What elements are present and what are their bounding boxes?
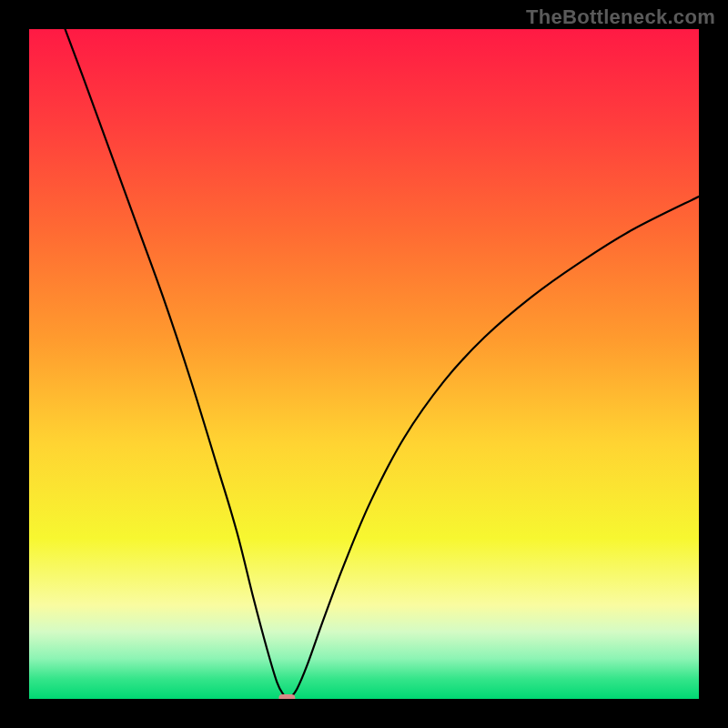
minimum-marker bbox=[278, 694, 295, 699]
gradient-background bbox=[29, 29, 699, 699]
bottleneck-plot bbox=[29, 29, 699, 699]
chart-frame: TheBottleneck.com bbox=[0, 0, 728, 728]
watermark-text: TheBottleneck.com bbox=[526, 5, 715, 29]
